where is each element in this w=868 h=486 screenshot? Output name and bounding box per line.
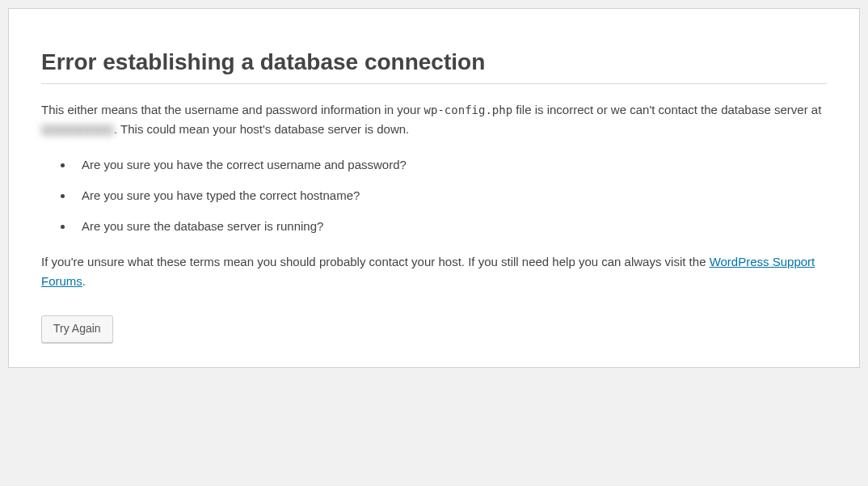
error-description: This either means that the username and …: [41, 100, 827, 139]
redacted-hostname: [41, 125, 114, 136]
para1-text-c: . This could mean your host's database s…: [114, 122, 409, 136]
check-item: Are you sure you have typed the correct …: [74, 186, 827, 205]
error-page: Error establishing a database connection…: [8, 8, 860, 368]
para1-text-b: file is incorrect or we can't contact th…: [512, 103, 821, 116]
config-filename: wp-config.php: [424, 104, 513, 116]
page-title: Error establishing a database connection: [41, 49, 827, 84]
para1-text-a: This either means that the username and …: [41, 103, 424, 116]
check-item: Are you sure the database server is runn…: [74, 217, 827, 236]
para2-text-a: If you're unsure what these terms mean y…: [41, 255, 710, 268]
try-again-button[interactable]: Try Again: [41, 315, 113, 343]
check-item: Are you sure you have the correct userna…: [74, 155, 827, 175]
help-paragraph: If you're unsure what these terms mean y…: [41, 252, 827, 291]
check-list: Are you sure you have the correct userna…: [74, 155, 827, 236]
para2-text-b: .: [82, 274, 86, 288]
